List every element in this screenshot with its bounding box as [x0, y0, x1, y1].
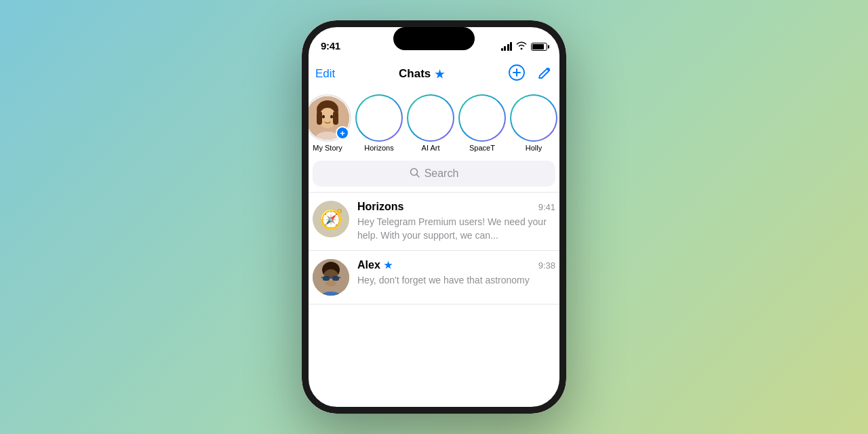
holly-ring — [510, 94, 557, 142]
chat-preview-alex: Hey, don't forget we have that astronomy — [357, 274, 555, 288]
signal-bar-4 — [510, 42, 512, 51]
signal-bar-3 — [507, 44, 509, 51]
spacet-avatar-wrap: 🚀 — [460, 96, 504, 140]
chat-header-horizons: Horizons 9:41 — [357, 201, 555, 213]
story-item-horizons[interactable]: 🧭 Horizons — [353, 96, 405, 153]
content-area: Edit Chats ★ — [302, 57, 566, 414]
chat-time-horizons: 9:41 — [538, 202, 555, 212]
chat-name-alex: Alex ★ — [357, 259, 393, 271]
ai-art-story-label: AI Art — [422, 144, 440, 153]
chat-avatar-horizons: 🧭 — [313, 201, 349, 237]
chat-item-alex[interactable]: Alex ★ 9:38 Hey, don't forget we have th… — [302, 251, 566, 304]
add-story-button[interactable] — [508, 64, 526, 84]
horizons-avatar-wrap: 🧭 — [357, 96, 401, 140]
chat-avatar-alex — [313, 259, 349, 296]
story-item-ai-art[interactable]: 🦜 AI Art — [405, 96, 456, 153]
signal-bar-2 — [504, 46, 506, 51]
svg-point-10 — [330, 115, 333, 119]
chat-time-alex: 9:38 — [538, 260, 555, 271]
battery-fill — [532, 44, 544, 50]
alex-star-icon: ★ — [384, 260, 393, 271]
chat-content-horizons: Horizons 9:41 Hey Telegram Premium users… — [357, 201, 555, 242]
horizons-story-label: Horizons — [364, 144, 393, 153]
svg-line-28 — [339, 277, 340, 278]
story-item-holly[interactable]: Holly — [508, 96, 559, 153]
svg-rect-25 — [332, 276, 339, 281]
svg-rect-24 — [323, 276, 330, 281]
header-actions — [508, 64, 553, 84]
stories-section: + My Story 🧭 Horizons 🦜 — [302, 90, 566, 161]
spacet-story-label: SpaceT — [469, 144, 495, 153]
ai-art-avatar-wrap: 🦜 — [409, 96, 452, 140]
chat-content-alex: Alex ★ 9:38 Hey, don't forget we have th… — [357, 259, 555, 288]
my-story-label: My Story — [313, 144, 342, 153]
horizons-ring — [355, 94, 403, 142]
add-story-badge: + — [336, 126, 349, 140]
chat-header-alex: Alex ★ 9:38 — [357, 259, 555, 271]
svg-line-27 — [321, 277, 323, 278]
filter-star-icon[interactable]: ★ — [435, 68, 444, 81]
chat-item-horizons[interactable]: 🧭 Horizons 9:41 Hey Telegram Premium use… — [302, 193, 566, 251]
search-placeholder: Search — [425, 167, 459, 180]
signal-bar-1 — [501, 48, 503, 51]
svg-line-20 — [416, 174, 419, 177]
ai-art-ring — [407, 94, 454, 142]
header: Edit Chats ★ — [302, 57, 566, 90]
compose-button[interactable] — [536, 64, 553, 83]
story-item-spacet[interactable]: 🚀 SpaceT — [456, 96, 508, 153]
wifi-icon — [516, 41, 527, 52]
battery-icon — [531, 43, 547, 51]
status-time: 9:41 — [321, 40, 340, 52]
search-icon — [410, 167, 420, 180]
chats-title: Chats — [399, 67, 431, 81]
edit-button[interactable]: Edit — [315, 67, 335, 81]
svg-rect-6 — [317, 111, 322, 125]
phone-frame: 9:41 Edit — [302, 20, 566, 414]
svg-rect-7 — [333, 111, 338, 125]
status-icons — [501, 41, 548, 52]
svg-point-9 — [322, 115, 325, 119]
chat-list: 🧭 Horizons 9:41 Hey Telegram Premium use… — [302, 193, 566, 304]
spacet-ring — [458, 94, 506, 142]
dynamic-island — [393, 27, 475, 50]
chat-name-horizons: Horizons — [357, 201, 403, 213]
signal-icon — [501, 43, 513, 51]
story-item-my-story[interactable]: + My Story — [302, 96, 353, 153]
my-story-avatar-wrap: + — [306, 96, 349, 140]
holly-avatar-wrap — [512, 96, 555, 140]
status-bar: 9:41 — [302, 20, 566, 57]
header-title: Chats ★ — [399, 67, 444, 81]
chat-preview-horizons: Hey Telegram Premium users! We need your… — [357, 216, 555, 242]
search-bar[interactable]: Search — [313, 161, 555, 186]
holly-story-label: Holly — [526, 144, 542, 153]
svg-point-29 — [326, 281, 336, 286]
